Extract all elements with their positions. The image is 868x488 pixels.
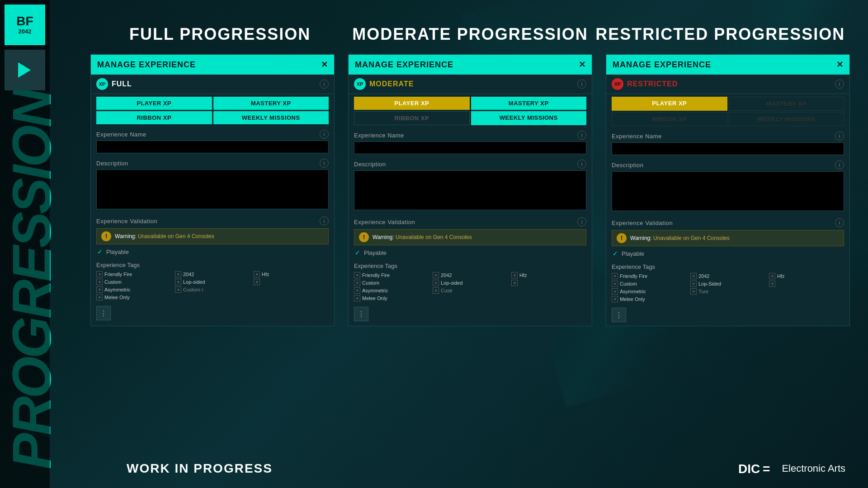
xp-btn-weekly-full[interactable]: Weekly Missions [213, 111, 329, 124]
tag-friendly-fire-full: ✕ Friendly Fire [96, 271, 171, 277]
tag-cb-2042-res[interactable]: ✕ [690, 273, 697, 279]
exp-name-input-full[interactable] [96, 141, 329, 153]
tag-custom-full: ✕ Custom [96, 279, 171, 285]
card-restricted-info-btn[interactable]: i [835, 80, 844, 89]
desc-info-full[interactable]: i [320, 159, 329, 168]
xp-btn-player-xp-res[interactable]: Player XP [612, 97, 727, 111]
desc-label-mod: Description [354, 161, 386, 168]
xp-btn-player-xp-mod[interactable]: Player XP [354, 97, 470, 110]
exp-name-info-full[interactable]: i [320, 130, 329, 139]
tag-cb-hfz-res[interactable]: ✕ [769, 273, 775, 279]
tag-asym-res: ✕ Asymmetric [612, 288, 687, 295]
tag-cb-asym-mod[interactable]: ✕ [354, 287, 360, 294]
tag-cb-ff-full[interactable]: ✕ [96, 271, 103, 277]
desc-info-res[interactable]: i [835, 160, 844, 169]
tag-cb-custom-res[interactable]: ✕ [612, 281, 618, 287]
svg-text:=: = [763, 462, 770, 476]
warn-icon-mod: ! [359, 232, 369, 242]
card-full-mode-name: FULL [112, 80, 316, 88]
tag-cb-melee-mod[interactable]: ✕ [354, 295, 360, 301]
card-restricted-xp-badge: XP [612, 78, 623, 90]
tag-cb-customr-full[interactable]: ✕ [175, 286, 181, 293]
tag-empty1-res: ✕ [769, 281, 844, 287]
xp-btn-ribbon-xp-res[interactable]: Ribbon XP [612, 112, 727, 126]
desc-label-row-mod: Description i [354, 160, 586, 169]
tag-custom-res: ✕ Custom [612, 281, 687, 287]
card-restricted-header: MANAGE EXPERIENCE ✕ [606, 55, 849, 75]
tags-label-full: Experience Tags [96, 262, 329, 268]
playable-row-full: ✓ Playable [96, 246, 329, 257]
tag-cb-hfz-full[interactable]: ✕ [254, 271, 260, 277]
exp-name-label-full: Experience Name [96, 131, 146, 138]
tag-cb-melee-res[interactable]: ✕ [612, 296, 618, 302]
tag-hfz-label-mod: Hfz [519, 272, 527, 278]
tag-ff-res: ✕ Friendly Fire [612, 273, 687, 279]
tag-cb-2042-mod[interactable]: ✕ [433, 272, 439, 278]
exp-name-input-res[interactable] [612, 142, 844, 155]
xp-btn-ribbon-xp-mod[interactable]: Ribbon XP [354, 111, 470, 125]
tag-cb-asym-full[interactable]: ✕ [96, 286, 103, 293]
tag-custr-label-mod: Custr [441, 288, 453, 293]
tag-cb-custr-mod[interactable]: ✕ [433, 287, 439, 294]
tag-cb-2042-full[interactable]: ✕ [175, 271, 181, 277]
dots-btn-mod[interactable]: ⋮ [354, 307, 368, 321]
tag-cb-ff-mod[interactable]: ✕ [354, 272, 360, 278]
card-full-info-btn[interactable]: i [320, 80, 329, 89]
xp-btn-weekly-mod[interactable]: Weekly Missions [471, 111, 587, 125]
tag-cb-lopsided-mod[interactable]: ✕ [433, 280, 439, 286]
dots-btn-res[interactable]: ⋮ [612, 308, 626, 322]
exp-name-info-res[interactable]: i [835, 131, 844, 141]
xp-btn-mastery-xp-res[interactable]: Mastery XP [729, 97, 844, 111]
card-full-xp-badge: XP [96, 78, 108, 90]
card-moderate-close[interactable]: ✕ [579, 60, 585, 70]
card-full-close[interactable]: ✕ [321, 60, 328, 70]
card-full-exp-name-section: Experience Name i [91, 127, 334, 156]
exp-name-input-mod[interactable] [354, 141, 586, 154]
tag-hfz-full: ✕ Hfz [254, 271, 329, 277]
xp-btn-weekly-res[interactable]: Weekly Missions [729, 112, 844, 126]
columns-header: FULL PROGRESSION MODERATE PROGRESSION RE… [95, 25, 845, 44]
xp-btn-player-xp-full[interactable]: Player XP [96, 97, 212, 110]
desc-textarea-res[interactable] [612, 171, 844, 211]
logo-bf: BF 2042 [5, 5, 45, 45]
tag-empty2-full [254, 286, 329, 293]
tag-cb-asym-res[interactable]: ✕ [612, 288, 618, 295]
desc-info-mod[interactable]: i [577, 160, 586, 169]
tag-cb-hfz-mod[interactable]: ✕ [511, 272, 518, 278]
tag-cb-lopsided-full[interactable]: ✕ [175, 279, 181, 285]
tag-asym-label-res: Asymmetric [620, 289, 646, 294]
card-restricted-desc-section: Description i [606, 158, 849, 216]
tag-cb-custom-mod[interactable]: ✕ [354, 280, 360, 286]
card-full-desc-section: Description i [91, 156, 334, 214]
warn-icon-full: ! [101, 231, 111, 241]
card-restricted-close[interactable]: ✕ [836, 60, 843, 70]
tag-cb-lopsided-res[interactable]: ✕ [690, 281, 697, 287]
warn-text-res: Warning: Unavailable on Gen 4 Consoles [630, 235, 730, 241]
card-moderate: MANAGE EXPERIENCE ✕ XP MODERATE i Player… [348, 54, 592, 326]
validation-info-full[interactable]: i [320, 216, 329, 225]
tag-cb-tunr-res[interactable]: ✕ [690, 288, 697, 295]
xp-btn-ribbon-xp-full[interactable]: Ribbon XP [96, 111, 212, 124]
xp-btn-mastery-xp-mod[interactable]: Mastery XP [471, 97, 587, 110]
tags-grid-full: ✕ Friendly Fire ✕ 2042 ✕ Hfz ✕ Custom [96, 271, 329, 300]
tag-custom-label-full: Custom [104, 279, 122, 285]
card-moderate-info-btn[interactable]: i [577, 80, 586, 89]
tag-cb-melee-full[interactable]: ✕ [96, 294, 103, 300]
validation-info-res[interactable]: i [835, 218, 844, 227]
tag-empty1-full: ✕ [254, 279, 329, 285]
desc-textarea-full[interactable] [96, 169, 329, 209]
validation-warning-mod: ! Warning: Unavailable on Gen 4 Consoles [354, 229, 586, 245]
tag-cb-ff-res[interactable]: ✕ [612, 273, 618, 279]
validation-label-mod: Experience Validation [354, 219, 415, 225]
warn-bold-res: Warning: [630, 235, 652, 241]
exp-name-label-row-full: Experience Name i [96, 130, 329, 139]
dots-btn-full[interactable]: ⋮ [96, 306, 111, 320]
card-full-header: MANAGE EXPERIENCE ✕ [91, 55, 334, 75]
desc-textarea-mod[interactable] [354, 170, 586, 210]
exp-name-info-mod[interactable]: i [577, 131, 586, 140]
tag-cb-custom-full[interactable]: ✕ [96, 279, 103, 285]
card-restricted-mode-name: RESTRICTED [627, 80, 831, 88]
xp-btn-mastery-xp-full[interactable]: Mastery XP [213, 97, 329, 110]
tag-customr-full: ✕ Custom r [175, 286, 250, 293]
validation-info-mod[interactable]: i [577, 217, 586, 226]
